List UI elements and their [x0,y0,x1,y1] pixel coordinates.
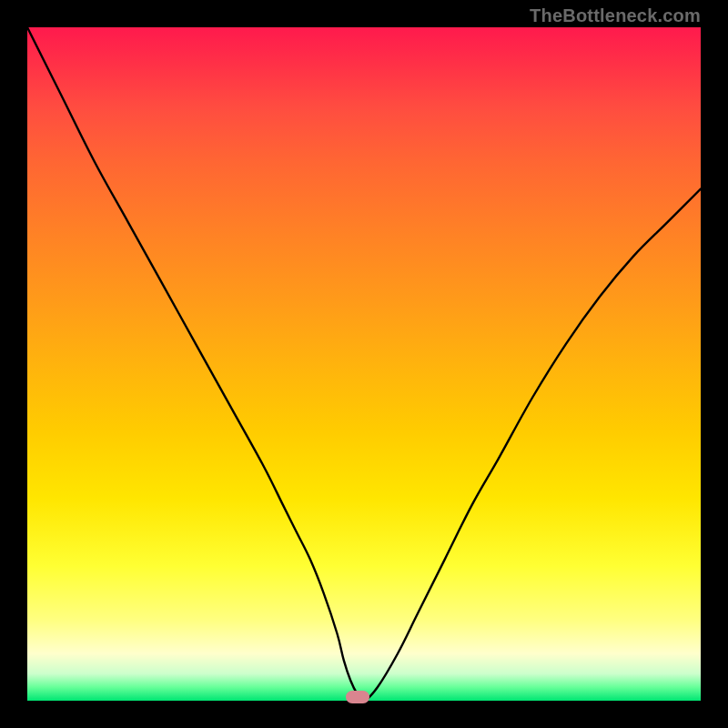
chart-frame: TheBottleneck.com [0,0,728,728]
plot-area [27,27,701,701]
optimal-point-marker [346,691,369,703]
bottleneck-curve [27,27,701,701]
curve-svg [27,27,701,701]
watermark-text: TheBottleneck.com [530,5,701,26]
